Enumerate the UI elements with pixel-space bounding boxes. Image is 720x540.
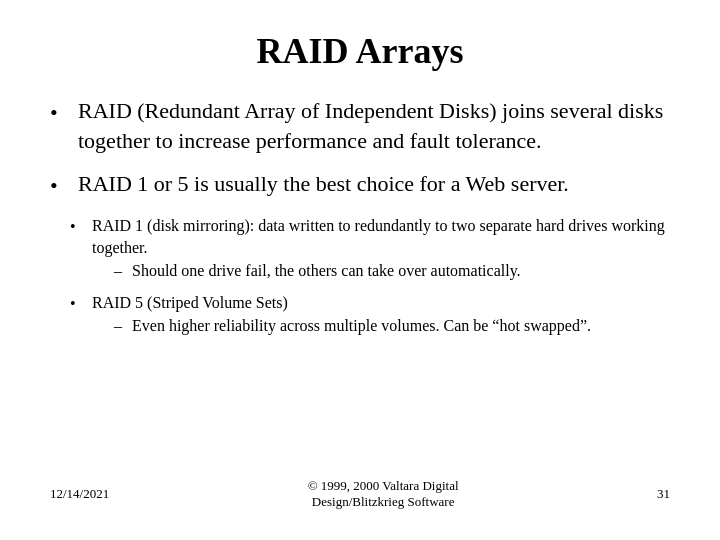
slide-footer: 12/14/2021 © 1999, 2000 Valtara DigitalD… xyxy=(50,470,670,510)
footer-copyright: © 1999, 2000 Valtara DigitalDesign/Blitz… xyxy=(308,478,459,510)
bullet-item-2: • RAID 1 or 5 is usually the best choice… xyxy=(50,169,670,201)
dash-item-1: – Should one drive fail, the others can … xyxy=(114,260,670,282)
footer-date: 12/14/2021 xyxy=(50,486,109,502)
sub-bullet-text-2: RAID 5 (Striped Volume Sets) xyxy=(92,294,288,311)
sub-bullet-dot-2: • xyxy=(70,292,92,315)
dash-item-2: – Even higher reliability across multipl… xyxy=(114,315,591,337)
footer-page: 31 xyxy=(657,486,670,502)
sub-content: • RAID 1 (disk mirroring): data written … xyxy=(70,215,670,341)
main-content: • RAID (Redundant Array of Independent D… xyxy=(50,96,670,470)
sub-bullet-dot-1: • xyxy=(70,215,92,238)
sub-bullet-block-2: RAID 5 (Striped Volume Sets) – Even high… xyxy=(92,292,591,341)
sub-bullet-text-1: RAID 1 (disk mirroring): data written to… xyxy=(92,217,665,256)
sub-bullet-item-1: • RAID 1 (disk mirroring): data written … xyxy=(70,215,670,286)
dash-dot-2: – xyxy=(114,315,132,337)
bullet-text-2: RAID 1 or 5 is usually the best choice f… xyxy=(78,169,670,199)
slide-container: RAID Arrays • RAID (Redundant Array of I… xyxy=(0,0,720,540)
dash-text-1: Should one drive fail, the others can ta… xyxy=(132,260,670,282)
bullet-item-1: • RAID (Redundant Array of Independent D… xyxy=(50,96,670,155)
sub-bullet-block-1: RAID 1 (disk mirroring): data written to… xyxy=(92,215,670,286)
slide-title: RAID Arrays xyxy=(50,30,670,72)
bullet-text-1: RAID (Redundant Array of Independent Dis… xyxy=(78,96,670,155)
dash-text-2: Even higher reliability across multiple … xyxy=(132,315,591,337)
bullet-dot-1: • xyxy=(50,96,78,128)
bullet-dot-2: • xyxy=(50,169,78,201)
dash-dot-1: – xyxy=(114,260,132,282)
sub-bullet-item-2: • RAID 5 (Striped Volume Sets) – Even hi… xyxy=(70,292,670,341)
